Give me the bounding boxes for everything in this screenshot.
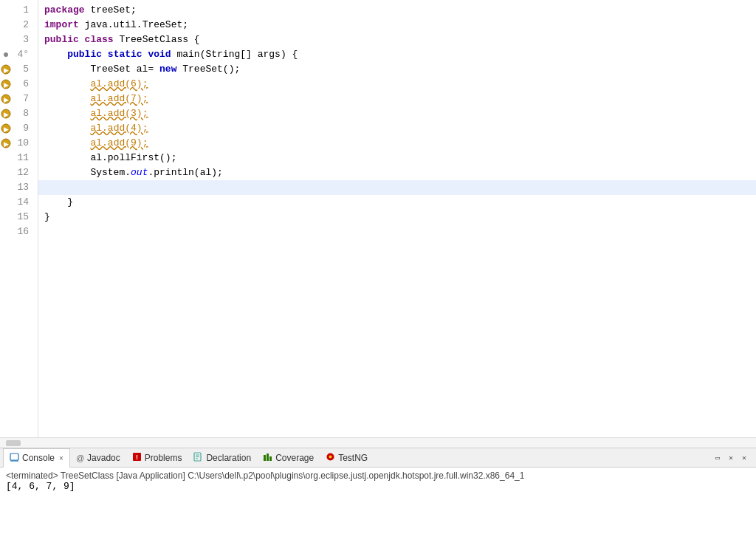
declaration-tab-label: Declaration [206,453,251,463]
gutter-icon [0,18,12,32]
code-lines[interactable]: package treeSet;import java.util.TreeSet… [38,0,756,437]
tab-javadoc[interactable]: @Javadoc [70,448,126,468]
line-number: 6 [12,77,32,92]
code-line: import java.util.TreeSet; [38,18,756,32]
gutter-icon: ▶ [0,62,12,77]
gutter-icon [0,225,12,239]
line-number: 10 [12,136,32,151]
line-number: 4° [12,47,32,62]
tab-bar: Console×@Javadoc!ProblemsDeclarationCove… [0,448,756,468]
testng-tab-icon [326,452,335,463]
svg-text:▶: ▶ [4,126,9,133]
code-line: package treeSet; [38,3,756,18]
line-number: 3 [12,32,32,47]
problems-tab-icon: ! [132,452,142,463]
line-number: 11 [12,151,32,165]
code-line: System.out.println(al); [38,165,756,180]
svg-point-0 [4,52,8,57]
tab-problems[interactable]: !Problems [126,448,188,468]
code-line: al.add(6); [38,77,756,92]
bottom-panel: Console×@Javadoc!ProblemsDeclarationCove… [0,448,756,551]
line-number: 9 [12,121,32,136]
line-number: 5 [12,62,32,77]
code-line [38,180,756,195]
horizontal-scrollbar-thumb[interactable] [6,440,21,446]
line-number: 14 [12,195,32,210]
tab-declaration[interactable]: Declaration [188,448,257,468]
svg-rect-21 [264,455,266,461]
line-number: 13 [12,180,32,195]
console-result: [4, 6, 7, 9] [6,481,750,492]
console-status-line: <terminated> TreeSetClass [Java Applicat… [6,470,750,481]
code-line: } [38,210,756,225]
code-container: ▶▶▶▶▶▶ 1234°5678910111213141516 package … [0,0,756,437]
line-number: 8 [12,106,32,121]
code-line [38,225,756,239]
svg-point-25 [329,456,332,459]
gutter-icon [0,32,12,47]
gutter-icon: ▶ [0,106,12,121]
console-output: <terminated> TreeSetClass [Java Applicat… [0,468,756,551]
code-line: al.add(4); [38,121,756,136]
line-number: 12 [12,165,32,180]
maximize-button[interactable]: ✕ [725,452,737,464]
coverage-tab-label: Coverage [275,453,314,463]
tab-coverage[interactable]: Coverage [257,448,320,468]
gutter-icon: ▶ [0,77,12,92]
code-line: } [38,195,756,210]
gutter-icon [0,47,12,62]
minimize-button[interactable]: ▭ [712,452,724,464]
code-line: al.add(7); [38,92,756,106]
gutter-icon [0,3,12,18]
svg-text:▶: ▶ [4,81,9,89]
code-line: public class TreeSetClass { [38,32,756,47]
svg-text:▶: ▶ [4,111,9,118]
editor-area: ▶▶▶▶▶▶ 1234°5678910111213141516 package … [0,0,756,448]
line-number: 7 [12,92,32,106]
svg-rect-23 [269,456,272,461]
line-number: 15 [12,210,32,225]
tab-testng[interactable]: TestNG [320,448,374,468]
testng-tab-label: TestNG [338,453,368,463]
code-line: al.pollFirst(); [38,151,756,165]
line-numbers: 1234°5678910111213141516 [12,0,38,437]
gutter-icon [0,165,12,180]
gutter-icon [0,210,12,225]
console-tab-icon [10,453,19,464]
tab-console[interactable]: Console× [3,448,70,468]
gutter-icon: ▶ [0,136,12,151]
svg-text:▶: ▶ [4,66,9,74]
svg-rect-22 [267,454,269,461]
gutter-icon [0,151,12,165]
code-line: TreeSet al= new TreeSet(); [38,62,756,77]
code-line: al.add(9); [38,136,756,151]
line-number: 2 [12,18,32,32]
gutter-icon: ▶ [0,121,12,136]
coverage-tab-icon [263,452,272,463]
javadoc-tab-icon: @ [76,454,84,462]
editor-scrollbar[interactable] [0,437,756,448]
code-line: public static void main(String[] args) { [38,47,756,62]
code-line: al.add(3); [38,106,756,121]
svg-text:▶: ▶ [4,140,9,148]
line-number: 16 [12,225,32,239]
svg-text:!: ! [136,454,138,461]
tab-actions: ▭ ✕ ✕ [712,452,753,464]
left-gutter: ▶▶▶▶▶▶ [0,0,12,437]
console-tab-label: Console [22,453,55,463]
gutter-icon [0,195,12,210]
svg-rect-13 [10,454,18,460]
console-tab-close[interactable]: × [59,454,63,462]
declaration-tab-icon [193,452,203,463]
svg-text:▶: ▶ [4,96,9,103]
gutter-icon: ▶ [0,92,12,106]
line-number: 1 [12,3,32,18]
gutter-icon [0,180,12,195]
close-panel-button[interactable]: ✕ [738,452,750,464]
javadoc-tab-label: Javadoc [87,453,120,463]
problems-tab-label: Problems [145,453,182,463]
